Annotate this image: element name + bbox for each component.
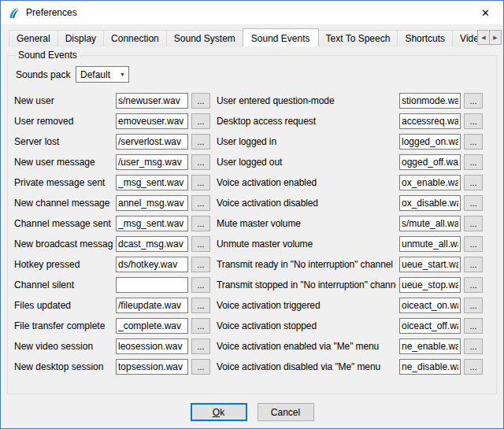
browse-button[interactable]: ... <box>191 257 210 272</box>
sound-file-input[interactable] <box>399 134 461 150</box>
sound-file-input[interactable] <box>116 93 188 109</box>
sound-event-label: Voice activation stopped <box>213 320 396 331</box>
browse-button[interactable]: ... <box>191 338 210 354</box>
sound-event-label: Files updated <box>14 300 113 311</box>
browse-button[interactable]: ... <box>191 154 210 170</box>
browse-button[interactable]: ... <box>191 134 210 150</box>
sound-file-input[interactable] <box>116 338 188 354</box>
browse-button[interactable]: ... <box>464 359 483 375</box>
browse-button[interactable]: ... <box>464 93 483 109</box>
browse-button[interactable]: ... <box>191 113 210 129</box>
footer-buttons: Ok Cancel <box>1 403 503 421</box>
sound-event-label: Voice activation disabled <box>213 198 396 209</box>
sound-event-label: Voice activation enabled via "Me" menu <box>213 341 396 352</box>
sound-file-input[interactable] <box>116 359 188 375</box>
sound-event-label: User entered question-mode <box>213 95 396 106</box>
sound-event-label: Channel silent <box>14 279 113 290</box>
sound-file-input[interactable] <box>399 298 461 313</box>
browse-button[interactable]: ... <box>191 195 210 211</box>
browse-button[interactable]: ... <box>191 359 210 375</box>
sound-file-input[interactable] <box>399 113 461 129</box>
sound-event-label: New desktop session <box>14 361 113 372</box>
sound-event-label: File transfer complete <box>14 320 113 331</box>
browse-button[interactable]: ... <box>191 318 210 334</box>
sound-event-label: Server lost <box>14 136 113 147</box>
sound-event-label: New video session <box>14 341 113 352</box>
browse-button[interactable]: ... <box>464 257 483 272</box>
sound-event-label: User logged in <box>213 136 396 147</box>
sound-file-input[interactable] <box>399 216 461 231</box>
browse-button[interactable]: ... <box>464 195 483 211</box>
browse-button[interactable]: ... <box>464 175 483 190</box>
sound-event-label: Voice activation disabled via "Me" menu <box>213 361 396 372</box>
sound-event-label: Channel message sent <box>14 218 113 229</box>
sound-event-label: User removed <box>14 116 113 127</box>
tab-display[interactable]: Display <box>57 30 104 46</box>
browse-button[interactable]: ... <box>191 277 210 293</box>
ok-button-label: Ok <box>213 407 224 418</box>
browse-button[interactable]: ... <box>464 277 483 293</box>
browse-button[interactable]: ... <box>191 175 210 190</box>
sound-file-input[interactable] <box>116 236 188 252</box>
browse-button[interactable]: ... <box>464 216 483 231</box>
sound-file-input[interactable] <box>116 298 188 313</box>
browse-button[interactable]: ... <box>191 236 210 252</box>
browse-button[interactable]: ... <box>191 216 210 231</box>
tab-scroll-right-button[interactable]: ▶ <box>489 30 502 45</box>
tab-bar: General Display Connection Sound System … <box>1 24 503 46</box>
sound-event-label: Voice activation triggered <box>213 300 396 311</box>
browse-button[interactable]: ... <box>464 338 483 354</box>
sound-file-input[interactable] <box>116 195 188 211</box>
ok-button[interactable]: Ok <box>191 403 247 421</box>
tab-connection[interactable]: Connection <box>103 30 167 46</box>
browse-button[interactable]: ... <box>464 298 483 313</box>
preferences-dialog: Preferences ✕ General Display Connection… <box>0 0 504 429</box>
browse-button[interactable]: ... <box>191 93 210 109</box>
sound-file-input[interactable] <box>116 175 188 190</box>
sounds-pack-select[interactable]: Default ▼ <box>76 66 129 83</box>
sound-event-label: Desktop access request <box>213 116 396 127</box>
browse-button[interactable]: ... <box>464 236 483 252</box>
sound-event-label: New channel message <box>14 198 113 209</box>
tab-scroll-left-icon: ◀ <box>481 35 485 40</box>
browse-button[interactable]: ... <box>464 134 483 150</box>
sound-file-input[interactable] <box>399 175 461 190</box>
tab-sound-system[interactable]: Sound System <box>166 30 243 46</box>
sounds-pack-row: Sounds pack Default ▼ <box>16 66 490 83</box>
sound-file-input[interactable] <box>399 359 461 375</box>
sound-file-input[interactable] <box>399 195 461 211</box>
sound-file-input[interactable] <box>399 318 461 334</box>
sound-event-label: Transmit ready in "No interruption" chan… <box>213 259 396 270</box>
browse-button[interactable]: ... <box>464 154 483 170</box>
sound-file-input[interactable] <box>116 257 188 272</box>
tab-general[interactable]: General <box>9 30 58 46</box>
sound-event-label: Voice activation enabled <box>213 177 396 188</box>
sound-event-label: Hotkey pressed <box>14 259 113 270</box>
sound-file-input[interactable] <box>116 134 188 150</box>
sound-file-input[interactable] <box>116 113 188 129</box>
sound-file-input[interactable] <box>116 154 188 170</box>
sound-event-label: Private message sent <box>14 177 113 188</box>
sound-file-input[interactable] <box>399 93 461 109</box>
browse-button[interactable]: ... <box>464 318 483 334</box>
tab-sound-events[interactable]: Sound Events <box>243 28 319 46</box>
app-logo-icon <box>7 6 20 20</box>
tab-shortcuts[interactable]: Shortcuts <box>397 30 453 46</box>
close-button[interactable]: ✕ <box>468 1 503 24</box>
sound-file-input[interactable] <box>399 236 461 252</box>
sound-event-label: New user message <box>14 157 113 168</box>
sound-event-label: New broadcast message <box>14 239 113 250</box>
sound-file-input[interactable] <box>399 338 461 354</box>
sound-file-input[interactable] <box>399 277 461 293</box>
cancel-button[interactable]: Cancel <box>258 403 314 421</box>
sound-file-input[interactable] <box>116 216 188 231</box>
browse-button[interactable]: ... <box>191 298 210 313</box>
browse-button[interactable]: ... <box>464 113 483 129</box>
tab-text-to-speech[interactable]: Text To Speech <box>318 30 398 46</box>
sound-events-groupbox: Sound Events Sounds pack Default ▼ New u… <box>7 50 497 394</box>
sound-file-input[interactable] <box>399 257 461 272</box>
tab-scroll-left-button[interactable]: ◀ <box>477 30 490 45</box>
sound-file-input[interactable] <box>399 154 461 170</box>
sound-file-input[interactable] <box>116 277 188 293</box>
sound-file-input[interactable] <box>116 318 188 334</box>
